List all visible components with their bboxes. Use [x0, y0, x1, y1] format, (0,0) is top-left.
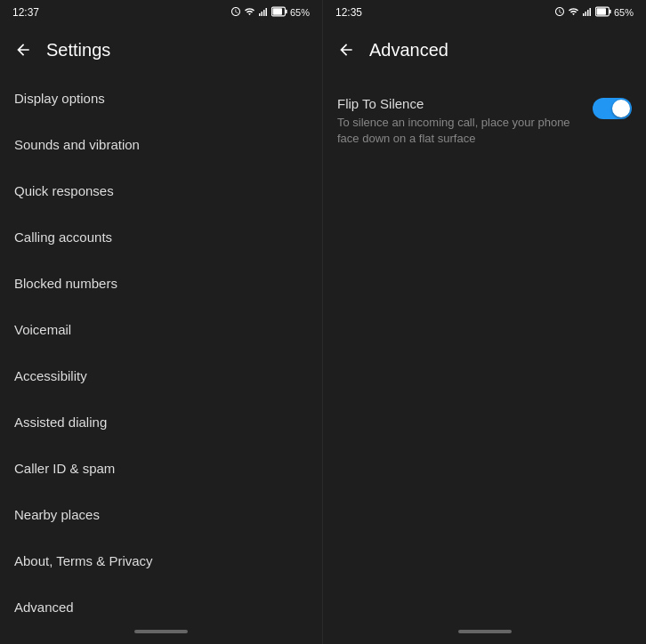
toggle-knob: [612, 100, 630, 117]
status-bar-right: 12:35 65%: [323, 0, 646, 25]
bottom-indicator-left: [0, 623, 322, 644]
svg-rect-7: [583, 13, 585, 16]
menu-item-sounds-vibration[interactable]: Sounds and vibration: [0, 121, 322, 167]
back-button-left[interactable]: [7, 34, 39, 66]
menu-item-accessibility[interactable]: Accessibility: [0, 352, 322, 398]
status-bar-left: 12:37 65%: [0, 0, 322, 25]
status-icons-left: 65%: [230, 6, 310, 19]
svg-rect-12: [610, 10, 611, 14]
menu-item-voicemail[interactable]: Voicemail: [0, 306, 322, 352]
menu-item-display-options[interactable]: Display options: [0, 75, 322, 121]
advanced-panel: 12:35 65% Advanced Flip To Sile: [323, 0, 646, 644]
battery-text-left: 65%: [290, 7, 310, 18]
time-left: 12:37: [12, 6, 39, 19]
menu-item-caller-id-spam[interactable]: Caller ID & spam: [0, 445, 322, 491]
signal-icon: [258, 6, 269, 19]
wifi-icon: [244, 6, 255, 19]
menu-item-quick-responses[interactable]: Quick responses: [0, 167, 322, 213]
svg-rect-5: [286, 10, 287, 14]
alarm-icon-right: [554, 6, 565, 19]
flip-to-silence-desc: To silence an incoming call, place your …: [337, 115, 578, 147]
flip-to-silence-item[interactable]: Flip To Silence To silence an incoming c…: [323, 82, 646, 161]
svg-rect-13: [596, 8, 606, 15]
settings-menu-list: Display options Sounds and vibration Qui…: [0, 75, 322, 623]
menu-item-nearby-places[interactable]: Nearby places: [0, 491, 322, 537]
menu-item-blocked-numbers[interactable]: Blocked numbers: [0, 260, 322, 306]
back-button-right[interactable]: [330, 34, 362, 66]
menu-item-advanced[interactable]: Advanced: [0, 584, 322, 623]
advanced-header: Advanced: [323, 25, 646, 75]
alarm-icon: [230, 6, 241, 19]
settings-panel: 12:37 65% Settings Display options: [0, 0, 323, 644]
bottom-indicator-right: [323, 623, 646, 644]
home-indicator-right: [458, 630, 512, 633]
advanced-settings-list: Flip To Silence To silence an incoming c…: [323, 75, 646, 168]
svg-rect-0: [259, 13, 261, 16]
menu-item-about-terms-privacy[interactable]: About, Terms & Privacy: [0, 537, 322, 584]
signal-icon-right: [582, 6, 593, 19]
settings-header: Settings: [0, 25, 322, 75]
svg-rect-2: [263, 10, 265, 16]
svg-rect-8: [585, 12, 586, 16]
home-indicator-left: [134, 630, 188, 633]
svg-rect-10: [589, 8, 591, 16]
battery-text-right: 65%: [614, 7, 634, 18]
flip-to-silence-info: Flip To Silence To silence an incoming c…: [337, 96, 593, 147]
svg-rect-9: [587, 10, 589, 16]
menu-item-assisted-dialing[interactable]: Assisted dialing: [0, 398, 322, 445]
advanced-title: Advanced: [369, 40, 448, 60]
svg-rect-1: [261, 12, 262, 16]
flip-to-silence-toggle[interactable]: [593, 98, 632, 119]
time-right: 12:35: [335, 6, 362, 19]
settings-title: Settings: [46, 40, 110, 60]
status-icons-right: 65%: [554, 6, 634, 19]
flip-to-silence-toggle-container: [593, 98, 632, 119]
battery-icon-right: [595, 6, 611, 19]
svg-rect-3: [265, 8, 267, 16]
wifi-icon-right: [568, 6, 579, 19]
battery-icon-left: [271, 6, 287, 19]
svg-rect-6: [272, 8, 282, 15]
menu-item-calling-accounts[interactable]: Calling accounts: [0, 213, 322, 260]
flip-to-silence-title: Flip To Silence: [337, 96, 578, 111]
